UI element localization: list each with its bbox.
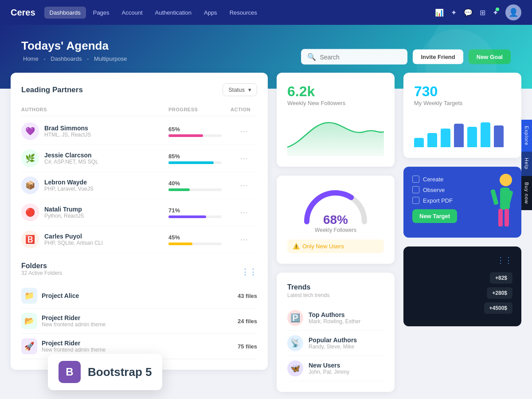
author-tech: C#, ASP.NET, MS SQL: [44, 159, 98, 165]
main-content: Leading Partners Status ▾ AUTHORS PROGRE…: [0, 73, 532, 399]
buy-now-tab[interactable]: Buy now: [521, 176, 532, 210]
messages-icon[interactable]: 💬: [464, 8, 473, 17]
action-dots[interactable]: ⋯: [231, 235, 257, 244]
header-actions: 🔍 Invite Friend New Goal: [301, 49, 511, 65]
progress-wrap: 40%: [168, 180, 231, 191]
author-details: Natali Trump Python, ReactJS: [44, 206, 84, 219]
leading-partners-card: Leading Partners Status ▾ AUTHORS PROGRE…: [11, 73, 268, 370]
progress-wrap: 65%: [168, 126, 231, 137]
create-checkbox[interactable]: [412, 176, 419, 183]
folders-title: Folders: [21, 262, 62, 270]
user-avatar[interactable]: 👤: [505, 4, 521, 20]
author-details: Jessie Clarcson C#, ASP.NET, MS SQL: [44, 152, 98, 165]
author-tech: PHP, SQLite, Artisan CLI: [44, 240, 103, 246]
author-info: 💜 Brad Simmons HTML, JS, ReactJS: [21, 122, 168, 140]
trend-desc: Randy, Steve, Mike: [309, 344, 357, 350]
svg-rect-5: [505, 209, 509, 227]
settings-icon[interactable]: ✦: [493, 8, 498, 17]
warning-icon: ⚠️: [293, 243, 300, 250]
author-name: Natali Trump: [44, 206, 84, 213]
new-target-button[interactable]: New Target: [412, 209, 457, 223]
invite-friend-button[interactable]: Invite Friend: [413, 50, 463, 64]
bar-chart: [414, 112, 511, 147]
folder-files: 43 files: [238, 293, 257, 299]
bar-col: [494, 125, 504, 147]
right-sidebar: Explore Help Buy now: [521, 120, 532, 210]
gauge-value: 68% Weekly Followers: [315, 213, 356, 233]
nav-authentication[interactable]: Authentication: [150, 7, 197, 19]
progress-pct: 45%: [168, 234, 231, 241]
author-info: 🌿 Jessie Clarcson C#, ASP.NET, MS SQL: [21, 149, 168, 167]
action-dots[interactable]: ⋯: [231, 126, 257, 136]
folder-files: 75 files: [238, 343, 257, 350]
analytics-icon[interactable]: 📊: [435, 8, 444, 17]
folder-icon: 📂: [21, 313, 37, 329]
progress-pct: 40%: [168, 180, 231, 187]
dark-panel-dots[interactable]: ⋮⋮: [412, 255, 512, 265]
author-tech: HTML, JS, ReactJS: [44, 132, 91, 138]
search-box[interactable]: 🔍: [301, 49, 407, 65]
trend-details: New Users John, Pat, Jimmy: [309, 362, 349, 375]
folder-name: Project Rider: [42, 340, 106, 347]
new-goal-button[interactable]: New Goal: [469, 50, 511, 64]
trend-desc: Mark, Rowling, Esther: [309, 318, 360, 325]
folders-section: Folders 32 Active Folders ⋮⋮ 📁 Project A…: [21, 262, 257, 359]
nav-apps[interactable]: Apps: [199, 7, 223, 19]
dark-stat-row: +280$: [412, 287, 512, 299]
author-name: Brad Simmons: [44, 125, 91, 132]
trend-details: Popular Authors Randy, Steve, Mike: [309, 336, 357, 350]
explore-tab[interactable]: Explore: [521, 120, 532, 152]
targets-count: 730: [414, 83, 511, 100]
nav-icons: 📊 ✦ 💬 ⊞ ✦ 👤: [435, 4, 521, 20]
trend-name: New Users: [309, 362, 349, 369]
lp-header: Leading Partners Status ▾: [21, 83, 257, 96]
help-tab[interactable]: Help: [521, 152, 532, 176]
folder-row: 📁 Project Alice 43 files: [21, 283, 257, 309]
followers-card: 6.2k Weekly New Followers: [277, 73, 395, 167]
folder-desc: New frontend admin theme: [42, 347, 106, 353]
page-title: Todays' Agenda: [21, 39, 511, 53]
table-header: AUTHORS PROGRESS ACTION: [21, 103, 257, 116]
author-name: Carles Puyol: [44, 233, 103, 240]
bar-col: [454, 124, 464, 147]
action-dots[interactable]: ⋯: [231, 207, 257, 217]
followers-count: 6.2k: [287, 83, 384, 100]
search-input[interactable]: [320, 53, 401, 60]
progress-bar-fill: [168, 243, 192, 245]
progress-bar-bg: [168, 243, 222, 245]
progress-wrap: 45%: [168, 234, 231, 245]
bar: [454, 124, 464, 147]
author-info: 🔴 Natali Trump Python, ReactJS: [21, 203, 168, 221]
sparkle-icon[interactable]: ✦: [451, 8, 457, 17]
bar: [427, 133, 437, 147]
trend-icon: 🦋: [287, 360, 303, 376]
nav-dashboards[interactable]: Dashboards: [44, 7, 86, 19]
export-checkbox[interactable]: [412, 197, 419, 204]
gauge-card: 68% Weekly Followers ⚠️ Only New Users: [277, 176, 395, 264]
trends-subtitle: Latest tech trends: [287, 292, 384, 298]
progress-bar-fill: [168, 215, 206, 218]
folders-dots[interactable]: ⋮⋮: [241, 267, 257, 277]
dark-badge: +4500$: [484, 302, 512, 314]
nav-pages[interactable]: Pages: [88, 7, 115, 19]
status-dropdown[interactable]: Status ▾: [223, 83, 257, 96]
chevron-down-icon: ▾: [248, 86, 251, 93]
dark-badge: +280$: [487, 287, 512, 299]
action-dots[interactable]: ⋯: [231, 180, 257, 190]
nav-resources[interactable]: Resources: [224, 7, 262, 19]
dark-badge: +82$: [490, 272, 512, 284]
author-avatar: 🌿: [21, 149, 39, 167]
action-dots[interactable]: ⋯: [231, 153, 257, 163]
nav-account[interactable]: Account: [117, 7, 148, 19]
bootstrap-text: Bootstrap 5: [88, 365, 152, 379]
followers-chart: [287, 112, 384, 156]
observe-checkbox[interactable]: [412, 186, 419, 193]
leading-partners-body: Leading Partners Status ▾ AUTHORS PROGRE…: [11, 73, 268, 370]
followers-label: Weekly New Followers: [287, 100, 384, 106]
apps-grid-icon[interactable]: ⊞: [480, 8, 485, 17]
bar: [414, 138, 424, 147]
trend-row: 📡 Popular Authors Randy, Steve, Mike: [287, 331, 384, 356]
folder-info: 🚀 Project Rider New frontend admin theme: [21, 338, 106, 354]
trend-rows: 🅿️ Top Authors Mark, Rowling, Esther 📡 P…: [287, 305, 384, 381]
gauge-container: 68% Weekly Followers ⚠️ Only New Users: [287, 186, 384, 253]
